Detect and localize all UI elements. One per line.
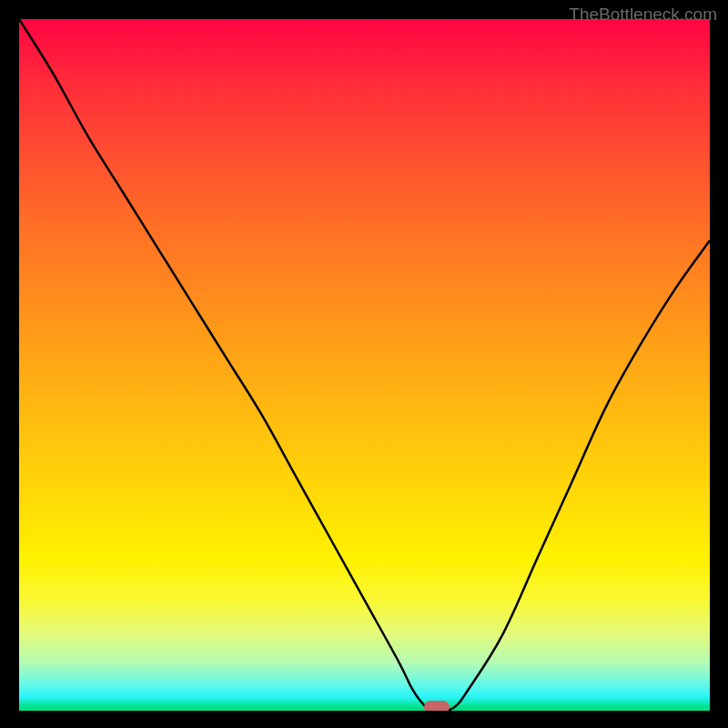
optimal-point-marker	[424, 701, 450, 711]
curve-plot	[19, 19, 710, 711]
watermark-text: TheBottleneck.com	[569, 5, 717, 25]
chart-container	[19, 19, 710, 711]
